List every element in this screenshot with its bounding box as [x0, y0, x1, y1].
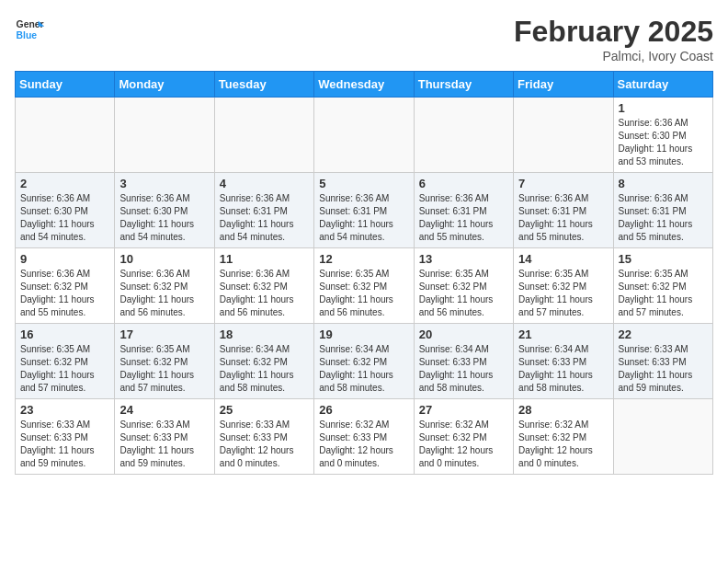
calendar-cell — [414, 98, 513, 173]
day-number: 28 — [518, 403, 608, 417]
day-info: Sunrise: 6:33 AM Sunset: 6:33 PM Dayligh… — [619, 343, 708, 395]
col-header-friday: Friday — [514, 72, 613, 98]
calendar-cell: 17Sunrise: 6:35 AM Sunset: 6:32 PM Dayli… — [115, 324, 214, 399]
day-number: 12 — [319, 252, 408, 266]
day-number: 7 — [518, 177, 608, 190]
day-info: Sunrise: 6:33 AM Sunset: 6:33 PM Dayligh… — [20, 419, 109, 470]
day-number: 27 — [419, 403, 508, 417]
day-number: 1 — [619, 101, 708, 115]
calendar-cell: 20Sunrise: 6:34 AM Sunset: 6:33 PM Dayli… — [414, 324, 513, 399]
calendar-table: SundayMondayTuesdayWednesdayThursdayFrid… — [15, 71, 713, 475]
day-number: 17 — [119, 327, 209, 341]
calendar-cell: 4Sunrise: 6:36 AM Sunset: 6:31 PM Daylig… — [214, 173, 313, 248]
logo-icon: General Blue — [15, 15, 44, 44]
col-header-sunday: Sunday — [16, 72, 115, 98]
title-block: February 2025 Palmci, Ivory Coast — [514, 15, 713, 63]
calendar-cell — [514, 98, 613, 173]
calendar-week-2: 2Sunrise: 6:36 AM Sunset: 6:30 PM Daylig… — [16, 173, 713, 248]
day-number: 25 — [220, 403, 309, 417]
calendar-cell: 25Sunrise: 6:33 AM Sunset: 6:33 PM Dayli… — [214, 399, 313, 475]
calendar-cell: 16Sunrise: 6:35 AM Sunset: 6:32 PM Dayli… — [16, 324, 115, 399]
col-header-wednesday: Wednesday — [314, 72, 414, 98]
calendar-cell: 26Sunrise: 6:32 AM Sunset: 6:33 PM Dayli… — [314, 399, 414, 475]
calendar-cell: 1Sunrise: 6:36 AM Sunset: 6:30 PM Daylig… — [613, 98, 712, 173]
calendar-cell — [214, 98, 313, 173]
day-number: 16 — [20, 327, 109, 341]
day-number: 22 — [619, 327, 708, 341]
calendar-cell: 3Sunrise: 6:36 AM Sunset: 6:30 PM Daylig… — [115, 173, 214, 248]
day-info: Sunrise: 6:35 AM Sunset: 6:32 PM Dayligh… — [619, 268, 708, 319]
day-info: Sunrise: 6:36 AM Sunset: 6:30 PM Dayligh… — [619, 117, 708, 168]
calendar-cell: 21Sunrise: 6:34 AM Sunset: 6:33 PM Dayli… — [514, 324, 613, 399]
day-info: Sunrise: 6:32 AM Sunset: 6:33 PM Dayligh… — [319, 419, 408, 470]
svg-text:Blue: Blue — [17, 30, 38, 40]
calendar-cell — [16, 98, 115, 173]
day-number: 9 — [20, 252, 109, 266]
day-info: Sunrise: 6:35 AM Sunset: 6:32 PM Dayligh… — [419, 268, 508, 319]
calendar-week-1: 1Sunrise: 6:36 AM Sunset: 6:30 PM Daylig… — [16, 98, 713, 173]
day-number: 26 — [319, 403, 408, 417]
calendar-header-row: SundayMondayTuesdayWednesdayThursdayFrid… — [16, 72, 713, 98]
day-number: 19 — [319, 327, 408, 341]
day-info: Sunrise: 6:36 AM Sunset: 6:31 PM Dayligh… — [518, 192, 608, 244]
day-info: Sunrise: 6:36 AM Sunset: 6:32 PM Dayligh… — [20, 268, 109, 319]
calendar-week-4: 16Sunrise: 6:35 AM Sunset: 6:32 PM Dayli… — [16, 324, 713, 399]
calendar-cell: 28Sunrise: 6:32 AM Sunset: 6:32 PM Dayli… — [514, 399, 613, 475]
day-number: 2 — [20, 177, 109, 190]
calendar-cell: 27Sunrise: 6:32 AM Sunset: 6:32 PM Dayli… — [414, 399, 513, 475]
calendar-cell: 18Sunrise: 6:34 AM Sunset: 6:32 PM Dayli… — [214, 324, 313, 399]
calendar-cell: 5Sunrise: 6:36 AM Sunset: 6:31 PM Daylig… — [314, 173, 414, 248]
calendar-cell: 11Sunrise: 6:36 AM Sunset: 6:32 PM Dayli… — [214, 248, 313, 324]
col-header-tuesday: Tuesday — [214, 72, 313, 98]
day-number: 21 — [518, 327, 608, 341]
col-header-thursday: Thursday — [414, 72, 513, 98]
day-info: Sunrise: 6:33 AM Sunset: 6:33 PM Dayligh… — [220, 419, 309, 470]
calendar-cell — [115, 98, 214, 173]
day-number: 18 — [220, 327, 309, 341]
calendar-cell — [314, 98, 414, 173]
day-number: 10 — [119, 252, 209, 266]
page-header: General Blue February 2025 Palmci, Ivory… — [15, 15, 713, 63]
calendar-cell — [613, 399, 712, 475]
day-number: 6 — [419, 177, 508, 190]
day-info: Sunrise: 6:34 AM Sunset: 6:32 PM Dayligh… — [220, 343, 309, 395]
day-info: Sunrise: 6:36 AM Sunset: 6:30 PM Dayligh… — [20, 192, 109, 244]
month-title: February 2025 — [514, 15, 713, 49]
day-number: 13 — [419, 252, 508, 266]
day-number: 3 — [119, 177, 209, 190]
calendar-cell: 15Sunrise: 6:35 AM Sunset: 6:32 PM Dayli… — [613, 248, 712, 324]
day-number: 5 — [319, 177, 408, 190]
calendar-week-5: 23Sunrise: 6:33 AM Sunset: 6:33 PM Dayli… — [16, 399, 713, 475]
day-info: Sunrise: 6:35 AM Sunset: 6:32 PM Dayligh… — [20, 343, 109, 395]
day-info: Sunrise: 6:36 AM Sunset: 6:30 PM Dayligh… — [119, 192, 209, 244]
calendar-week-3: 9Sunrise: 6:36 AM Sunset: 6:32 PM Daylig… — [16, 248, 713, 324]
logo: General Blue — [15, 15, 44, 44]
day-info: Sunrise: 6:35 AM Sunset: 6:32 PM Dayligh… — [518, 268, 608, 319]
day-info: Sunrise: 6:33 AM Sunset: 6:33 PM Dayligh… — [119, 419, 209, 470]
day-info: Sunrise: 6:36 AM Sunset: 6:32 PM Dayligh… — [220, 268, 309, 319]
location: Palmci, Ivory Coast — [514, 49, 713, 63]
day-info: Sunrise: 6:34 AM Sunset: 6:33 PM Dayligh… — [518, 343, 608, 395]
col-header-saturday: Saturday — [613, 72, 712, 98]
calendar-cell: 2Sunrise: 6:36 AM Sunset: 6:30 PM Daylig… — [16, 173, 115, 248]
day-info: Sunrise: 6:34 AM Sunset: 6:33 PM Dayligh… — [419, 343, 508, 395]
calendar-cell: 7Sunrise: 6:36 AM Sunset: 6:31 PM Daylig… — [514, 173, 613, 248]
col-header-monday: Monday — [115, 72, 214, 98]
day-number: 15 — [619, 252, 708, 266]
calendar-cell: 10Sunrise: 6:36 AM Sunset: 6:32 PM Dayli… — [115, 248, 214, 324]
calendar-cell: 12Sunrise: 6:35 AM Sunset: 6:32 PM Dayli… — [314, 248, 414, 324]
day-number: 20 — [419, 327, 508, 341]
day-info: Sunrise: 6:36 AM Sunset: 6:31 PM Dayligh… — [220, 192, 309, 244]
day-number: 14 — [518, 252, 608, 266]
day-info: Sunrise: 6:36 AM Sunset: 6:31 PM Dayligh… — [419, 192, 508, 244]
day-number: 11 — [220, 252, 309, 266]
day-number: 23 — [20, 403, 109, 417]
calendar-cell: 24Sunrise: 6:33 AM Sunset: 6:33 PM Dayli… — [115, 399, 214, 475]
calendar-cell: 22Sunrise: 6:33 AM Sunset: 6:33 PM Dayli… — [613, 324, 712, 399]
calendar-cell: 14Sunrise: 6:35 AM Sunset: 6:32 PM Dayli… — [514, 248, 613, 324]
day-info: Sunrise: 6:34 AM Sunset: 6:32 PM Dayligh… — [319, 343, 408, 395]
day-info: Sunrise: 6:36 AM Sunset: 6:31 PM Dayligh… — [619, 192, 708, 244]
calendar-cell: 6Sunrise: 6:36 AM Sunset: 6:31 PM Daylig… — [414, 173, 513, 248]
calendar-cell: 9Sunrise: 6:36 AM Sunset: 6:32 PM Daylig… — [16, 248, 115, 324]
day-info: Sunrise: 6:32 AM Sunset: 6:32 PM Dayligh… — [518, 419, 608, 470]
